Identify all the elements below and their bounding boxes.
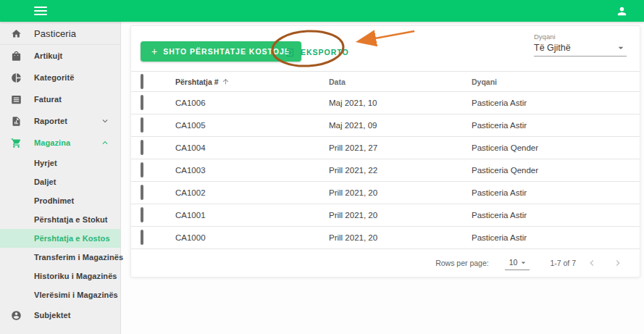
person-icon[interactable] <box>616 5 628 17</box>
select-all-checkbox[interactable] <box>141 74 143 89</box>
chevron-left-icon <box>586 257 598 269</box>
cell-date: Maj 2021, 10 <box>329 99 472 107</box>
sidebar-item-label: Raportet <box>34 117 67 125</box>
add-cost-adjustment-button[interactable]: + SHTO PËRSHTATJE KOSTOJE <box>141 41 301 62</box>
home-icon <box>11 28 22 39</box>
sidebar-item-label: Kategoritë <box>34 73 74 82</box>
sidebar-item-label: Artikujt <box>34 51 62 60</box>
store-filter-value: Të Gjithë <box>534 43 571 53</box>
cell-date: Prill 2021, 22 <box>329 166 472 175</box>
row-checkbox[interactable] <box>141 117 143 133</box>
table-row-ca1006[interactable]: CA1006Maj 2021, 10Pasticeria Astir <box>131 92 640 114</box>
sidebar-title-label: Pasticeria <box>34 28 76 39</box>
cell-store: Pasticeria Astir <box>472 121 640 130</box>
dropdown-arrow-icon <box>615 42 627 54</box>
column-header-date[interactable]: Data <box>329 78 472 86</box>
column-header-id[interactable]: Përshtatja # <box>175 78 329 86</box>
sidebar-item-label: Transferim i Magazinës <box>34 253 123 262</box>
cell-adjustment-id: CA1006 <box>175 99 329 107</box>
sidebar-item-label: Prodhimet <box>34 196 74 205</box>
sidebar-nav: Pasticeria ArtikujtKategoritëFaturatRapo… <box>0 22 121 334</box>
sidebar-item-label: Faturat <box>34 95 62 104</box>
cell-store: Pasticeria Astir <box>472 99 640 107</box>
cart-icon <box>11 138 22 149</box>
rows-per-page-value: 10 <box>509 258 518 267</box>
report-icon <box>11 116 22 127</box>
sidebar-item-raportet[interactable]: Raportet <box>0 110 120 132</box>
table-row-ca1003[interactable]: CA1003Prill 2021, 22Pasticeria Qender <box>131 159 640 182</box>
sidebar-item-pasticeria[interactable]: Pasticeria <box>0 23 120 45</box>
sidebar-item-artikujt[interactable]: Artikujt <box>0 45 120 67</box>
top-app-bar <box>0 0 644 22</box>
row-checkbox[interactable] <box>141 185 143 200</box>
table-body: CA1006Maj 2021, 10Pasticeria AstirCA1005… <box>131 92 640 249</box>
cell-date: Prill 2021, 20 <box>329 188 472 197</box>
next-page-button[interactable] <box>608 253 628 273</box>
cell-store: Pasticeria Astir <box>472 233 640 242</box>
table-row-ca1001[interactable]: CA1001Prill 2021, 20Pasticeria Astir <box>131 204 640 227</box>
previous-page-button[interactable] <box>582 253 602 273</box>
bag-icon <box>11 51 22 62</box>
cell-adjustment-id: CA1000 <box>175 233 329 242</box>
cell-date: Prill 2021, 27 <box>329 143 472 152</box>
chevron-up-icon <box>100 138 110 148</box>
table-footer: Rows per page: 10 1-7 of 7 <box>131 249 640 277</box>
store-filter-select[interactable]: Dyqani Të Gjithë <box>534 33 627 57</box>
cell-date: Prill 2021, 20 <box>329 211 472 220</box>
cell-date: Maj 2021, 09 <box>329 121 472 130</box>
sidebar-item-vler-simi-i-magazin-s[interactable]: Vlerësimi i Magazinës <box>0 285 120 304</box>
plus-icon: + <box>151 46 158 57</box>
main-content: + SHTO PËRSHTATJE KOSTOJE EKSPORTO Dyqan… <box>121 22 644 334</box>
sidebar-item-magazina[interactable]: Magazina <box>0 132 120 154</box>
sidebar-item-prodhimet[interactable]: Prodhimet <box>0 191 120 210</box>
table-row-ca1005[interactable]: CA1005Maj 2021, 09Pasticeria Astir <box>131 114 640 137</box>
cell-adjustment-id: CA1001 <box>175 211 329 220</box>
cell-store: Pasticeria Astir <box>472 188 640 197</box>
add-button-label: SHTO PËRSHTATJE KOSTOJE <box>163 47 290 56</box>
sidebar-item-label: Përshtatja e Kostos <box>34 234 110 243</box>
sidebar-item-label: Subjektet <box>34 311 70 320</box>
dropdown-arrow-icon <box>519 258 528 267</box>
sidebar-item-label: Përshtatja e Stokut <box>34 215 108 224</box>
pagination-range: 1-7 of 7 <box>550 259 576 267</box>
person-circle-icon <box>11 310 22 321</box>
table-row-ca1000[interactable]: CA1000Prill 2021, 20Pasticeria Astir <box>131 227 640 249</box>
sidebar-item-label: Historiku i Magazinës <box>34 272 117 280</box>
chevron-right-icon <box>612 257 624 269</box>
cell-adjustment-id: CA1002 <box>175 188 329 197</box>
sidebar-item-subjektet[interactable]: Subjektet <box>0 304 120 326</box>
column-header-store[interactable]: Dyqani <box>472 78 640 86</box>
cell-adjustment-id: CA1005 <box>175 121 329 130</box>
sidebar-item-kategorit[interactable]: Kategoritë <box>0 67 120 88</box>
rows-per-page-select[interactable]: 10 <box>505 256 530 270</box>
cell-store: Pasticeria Qender <box>472 166 640 175</box>
table-row-ca1002[interactable]: CA1002Prill 2021, 20Pasticeria Astir <box>131 182 640 204</box>
sort-ascending-icon <box>222 78 230 85</box>
export-button[interactable]: EKSPORTO <box>278 44 355 60</box>
cell-date: Prill 2021, 20 <box>329 233 472 242</box>
row-checkbox[interactable] <box>141 230 143 245</box>
table-header-row: Përshtatja # Data Dyqani <box>131 71 640 92</box>
cell-adjustment-id: CA1003 <box>175 166 329 175</box>
row-checkbox[interactable] <box>141 95 143 110</box>
rows-per-page-label: Rows per page: <box>435 259 489 267</box>
sidebar-item-faturat[interactable]: Faturat <box>0 88 120 110</box>
table-row-ca1004[interactable]: CA1004Prill 2021, 27Pasticeria Qender <box>131 137 640 159</box>
cell-store: Pasticeria Qender <box>472 143 640 152</box>
sidebar-item-hyrjet[interactable]: Hyrjet <box>0 154 120 172</box>
row-checkbox[interactable] <box>141 140 143 155</box>
hamburger-icon[interactable] <box>34 7 47 15</box>
sidebar-item-daljet[interactable]: Daljet <box>0 172 120 191</box>
sidebar-item-historiku-i-magazin-s[interactable]: Historiku i Magazinës <box>0 267 120 285</box>
sidebar-item-p-rshtatja-e-stokut[interactable]: Përshtatja e Stokut <box>0 210 120 229</box>
row-checkbox[interactable] <box>141 162 143 178</box>
card-toolbar: + SHTO PËRSHTATJE KOSTOJE EKSPORTO Dyqan… <box>131 26 640 71</box>
sidebar-item-p-rshtatja-e-kostos[interactable]: Përshtatja e Kostos <box>0 229 120 248</box>
cell-adjustment-id: CA1004 <box>175 143 329 152</box>
sidebar-item-transferim-i-magazin-s[interactable]: Transferim i Magazinës <box>0 248 120 267</box>
sidebar-item-label: Vlerësimi i Magazinës <box>34 291 118 299</box>
pie-chart-icon <box>11 72 22 83</box>
cost-adjustments-card: + SHTO PËRSHTATJE KOSTOJE EKSPORTO Dyqan… <box>130 25 640 277</box>
sidebar-item-label: Daljet <box>34 178 57 186</box>
row-checkbox[interactable] <box>141 207 143 222</box>
